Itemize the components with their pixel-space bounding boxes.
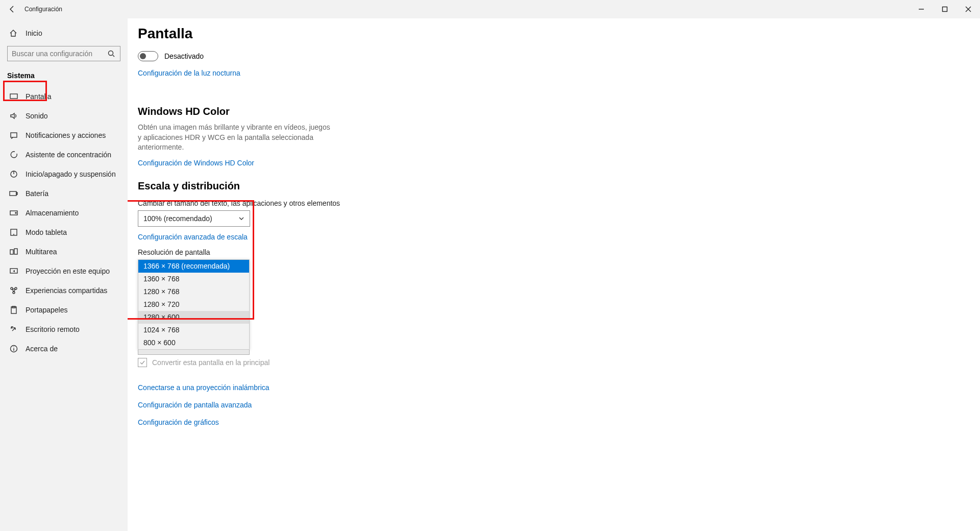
maximize-button[interactable]	[933, 0, 957, 18]
svg-point-8	[15, 212, 16, 213]
sidebar-item-label: Pantalla	[26, 92, 52, 101]
power-icon	[9, 170, 18, 178]
shared-icon	[9, 286, 18, 295]
main-display-checkbox-label: Convertir esta pantalla en la principal	[152, 358, 270, 367]
clipboard-icon	[9, 306, 18, 314]
content-area: Pantalla Desactivado Configuración de la…	[128, 18, 980, 531]
resolution-dropdown-underedge	[138, 350, 250, 355]
sidebar-item-pantalla[interactable]: Pantalla	[0, 87, 128, 106]
main-display-checkbox[interactable]	[138, 358, 147, 367]
page-title: Pantalla	[138, 26, 980, 42]
resolution-label: Resolución de pantalla	[138, 248, 980, 256]
svg-rect-5	[10, 191, 16, 196]
sidebar-item-label: Experiencias compartidas	[26, 286, 107, 295]
notifications-icon	[9, 132, 18, 139]
sidebar-home[interactable]: Inicio	[0, 23, 128, 43]
resolution-dropdown-list[interactable]: 1366 × 768 (recomendada) 1360 × 768 1280…	[138, 259, 250, 350]
sidebar-item-experiencias[interactable]: Experiencias compartidas	[0, 281, 128, 300]
sidebar: Inicio Sistema Pantalla Sonido Notificac…	[0, 18, 128, 531]
scale-dropdown-value: 100% (recomendado)	[143, 214, 212, 223]
sidebar-item-label: Portapapeles	[26, 306, 68, 314]
focus-icon	[9, 151, 18, 159]
night-light-settings-link[interactable]: Configuración de la luz nocturna	[138, 69, 240, 77]
hd-color-description: Obtén una imagen más brillante y vibrant…	[138, 123, 332, 153]
sidebar-item-almacenamiento[interactable]: Almacenamiento	[0, 203, 128, 223]
advanced-scale-link[interactable]: Configuración avanzada de escala	[138, 233, 980, 241]
chevron-down-icon	[238, 215, 244, 222]
scale-label: Cambiar el tamaño del texto, las aplicac…	[138, 199, 980, 207]
sound-icon	[9, 112, 18, 119]
resolution-option[interactable]: 1280 × 768	[138, 285, 249, 298]
toggle-label: Desactivado	[164, 52, 204, 60]
sidebar-item-asistente[interactable]: Asistente de concentración	[0, 145, 128, 164]
sidebar-item-label: Sonido	[26, 112, 48, 120]
svg-rect-11	[14, 249, 17, 254]
resolution-option[interactable]: 1280 × 600	[138, 311, 249, 324]
svg-rect-2	[10, 94, 17, 99]
graphics-settings-link[interactable]: Configuración de gráficos	[138, 418, 980, 426]
scale-dropdown[interactable]: 100% (recomendado)	[138, 210, 250, 227]
window-title: Configuración	[24, 6, 62, 13]
sidebar-item-label: Escritorio remoto	[26, 325, 80, 333]
remote-icon	[9, 325, 18, 333]
sidebar-home-label: Inicio	[26, 29, 42, 37]
home-icon	[9, 29, 18, 37]
battery-icon	[9, 190, 18, 197]
titlebar: Configuración	[0, 0, 980, 18]
advanced-display-link[interactable]: Configuración de pantalla avanzada	[138, 401, 980, 409]
sidebar-item-label: Asistente de concentración	[26, 151, 111, 159]
hd-color-title: Windows HD Color	[138, 106, 980, 117]
search-input[interactable]	[12, 50, 108, 58]
scale-title: Escala y distribución	[138, 180, 980, 192]
sidebar-item-tableta[interactable]: Modo tableta	[0, 223, 128, 242]
resolution-option[interactable]: 1280 × 720	[138, 298, 249, 311]
storage-icon	[9, 210, 18, 216]
resolution-option[interactable]: 800 × 600	[138, 336, 249, 349]
project-icon	[9, 268, 18, 275]
sidebar-item-label: Proyección en este equipo	[26, 267, 110, 275]
resolution-option[interactable]: 1360 × 768	[138, 273, 249, 285]
svg-rect-3	[11, 133, 17, 137]
sidebar-item-label: Modo tableta	[26, 228, 67, 236]
sidebar-item-remoto[interactable]: Escritorio remoto	[0, 320, 128, 339]
sidebar-item-label: Almacenamiento	[26, 209, 79, 217]
sidebar-item-label: Inicio/apagado y suspensión	[26, 170, 116, 178]
close-button[interactable]	[957, 0, 980, 18]
sidebar-item-proyeccion[interactable]: Proyección en este equipo	[0, 261, 128, 281]
night-light-toggle[interactable]	[138, 51, 158, 61]
resolution-option[interactable]: 1024 × 768	[138, 324, 249, 336]
multitask-icon	[9, 248, 18, 255]
tablet-icon	[9, 229, 18, 236]
sidebar-item-acerca[interactable]: Acerca de	[0, 339, 128, 358]
search-input-wrap[interactable]	[7, 46, 120, 61]
minimize-button[interactable]	[910, 0, 933, 18]
sidebar-section-title: Sistema	[0, 66, 128, 87]
search-icon	[108, 50, 116, 57]
sidebar-item-multitarea[interactable]: Multitarea	[0, 242, 128, 261]
hd-color-settings-link[interactable]: Configuración de Windows HD Color	[138, 159, 980, 167]
display-icon	[9, 93, 18, 100]
wireless-projection-link[interactable]: Conectarse a una proyección inalámbrica	[138, 383, 980, 392]
sidebar-item-power[interactable]: Inicio/apagado y suspensión	[0, 164, 128, 184]
info-icon	[9, 345, 18, 353]
svg-point-1	[109, 51, 113, 56]
sidebar-item-sonido[interactable]: Sonido	[0, 106, 128, 126]
svg-rect-0	[943, 7, 947, 12]
sidebar-item-label: Notificaciones y acciones	[26, 131, 106, 139]
sidebar-item-notificaciones[interactable]: Notificaciones y acciones	[0, 126, 128, 145]
resolution-option[interactable]: 1366 × 768 (recomendada)	[138, 260, 249, 273]
sidebar-item-label: Acerca de	[26, 345, 58, 353]
svg-rect-10	[10, 250, 13, 254]
back-button[interactable]	[0, 5, 24, 13]
sidebar-item-bateria[interactable]: Batería	[0, 184, 128, 203]
sidebar-item-label: Batería	[26, 189, 48, 198]
sidebar-item-label: Multitarea	[26, 248, 57, 256]
sidebar-item-portapapeles[interactable]: Portapapeles	[0, 300, 128, 320]
svg-rect-6	[16, 192, 17, 195]
